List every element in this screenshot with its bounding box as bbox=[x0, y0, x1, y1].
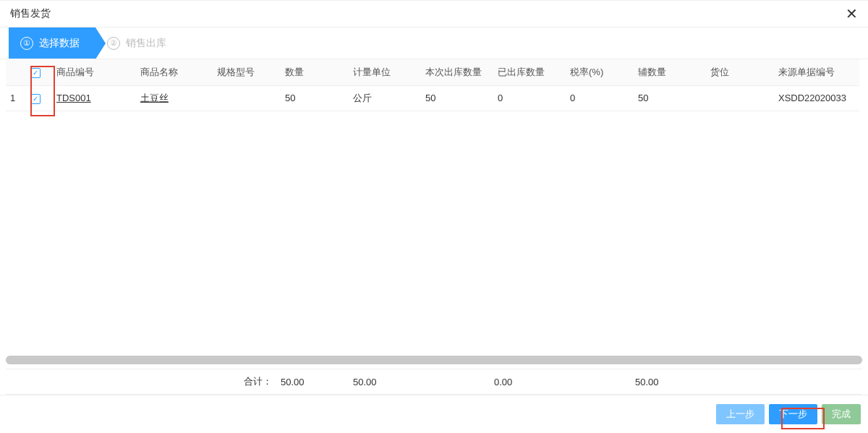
cell-spec bbox=[213, 85, 281, 111]
col-uom[interactable]: 计量单位 bbox=[349, 59, 421, 85]
totals-out-qty: 50.00 bbox=[353, 377, 494, 387]
checkbox-all-icon[interactable]: ✓ bbox=[30, 68, 41, 78]
totals-label: 合计： bbox=[6, 375, 281, 388]
step-number-icon: ① bbox=[20, 37, 33, 50]
totals-aux-qty: 50.00 bbox=[635, 377, 707, 387]
col-product-code[interactable]: 商品编号 bbox=[52, 59, 136, 85]
cell-aux-qty: 50 bbox=[634, 85, 706, 111]
data-grid: ✓ 商品编号 商品名称 规格型号 数量 计量单位 本次出库数量 已出库数量 税率… bbox=[6, 59, 859, 111]
col-source-bill[interactable]: 来源单据编号 bbox=[774, 59, 859, 85]
close-icon[interactable]: ✕ bbox=[846, 7, 858, 21]
col-bin[interactable]: 货位 bbox=[706, 59, 774, 85]
data-grid-wrapper: ✓ 商品编号 商品名称 规格型号 数量 计量单位 本次出库数量 已出库数量 税率… bbox=[6, 59, 862, 354]
totals-already-out: 0.00 bbox=[494, 377, 635, 387]
col-already-out[interactable]: 已出库数量 bbox=[493, 59, 566, 85]
cell-select[interactable]: ✓ bbox=[26, 85, 52, 111]
header-row: ✓ 商品编号 商品名称 规格型号 数量 计量单位 本次出库数量 已出库数量 税率… bbox=[6, 59, 859, 85]
col-tax-rate[interactable]: 税率(%) bbox=[566, 59, 634, 85]
col-qty[interactable]: 数量 bbox=[281, 59, 349, 85]
col-aux-qty[interactable]: 辅数量 bbox=[634, 59, 706, 85]
col-select-all[interactable]: ✓ bbox=[26, 59, 52, 85]
cell-bin bbox=[706, 85, 774, 111]
totals-row: 合计： 50.00 50.00 0.00 50.00 bbox=[6, 369, 862, 395]
cell-row-no: 1 bbox=[6, 85, 26, 111]
cell-out-qty[interactable]: 50 bbox=[421, 85, 493, 111]
col-row-no bbox=[6, 59, 26, 85]
step-sales-outbound[interactable]: ② 销售出库 bbox=[95, 27, 182, 59]
step-label: 选择数据 bbox=[39, 37, 80, 50]
prev-button[interactable]: 上一步 bbox=[716, 404, 765, 424]
step-number-icon: ② bbox=[107, 37, 120, 50]
footer: 上一步 下一步 完成 bbox=[0, 395, 868, 433]
next-button[interactable]: 下一步 bbox=[769, 404, 817, 424]
cell-qty: 50 bbox=[281, 85, 349, 111]
modal-body: ✓ 商品编号 商品名称 规格型号 数量 计量单位 本次出库数量 已出库数量 税率… bbox=[0, 59, 868, 395]
cell-tax-rate: 0 bbox=[566, 85, 634, 111]
scrollbar-thumb[interactable] bbox=[6, 356, 862, 364]
cell-source-bill: XSDD22020033 bbox=[774, 85, 859, 111]
checkbox-row-icon[interactable]: ✓ bbox=[30, 94, 41, 104]
finish-button[interactable]: 完成 bbox=[822, 404, 861, 424]
col-spec[interactable]: 规格型号 bbox=[213, 59, 281, 85]
cell-product-name[interactable]: 土豆丝 bbox=[136, 85, 213, 111]
wizard-steps: ① 选择数据 ② 销售出库 bbox=[0, 27, 868, 59]
step-label: 销售出库 bbox=[126, 37, 166, 50]
col-product-name[interactable]: 商品名称 bbox=[136, 59, 213, 85]
titlebar: 销售发货 ✕ bbox=[0, 1, 868, 27]
modal-title: 销售发货 bbox=[10, 7, 51, 20]
step-select-data[interactable]: ① 选择数据 bbox=[9, 27, 95, 59]
cell-uom: 公斤 bbox=[349, 85, 421, 111]
sales-shipment-modal: 销售发货 ✕ ① 选择数据 ② 销售出库 bbox=[0, 0, 868, 433]
col-outbound-qty[interactable]: 本次出库数量 bbox=[421, 59, 493, 85]
cell-already-out: 0 bbox=[493, 85, 566, 111]
totals-qty: 50.00 bbox=[281, 377, 353, 387]
cell-product-code[interactable]: TDS001 bbox=[52, 85, 136, 111]
table-row[interactable]: 1 ✓ TDS001 土豆丝 50 公斤 50 0 0 50 bbox=[6, 85, 859, 111]
horizontal-scrollbar[interactable] bbox=[6, 356, 862, 364]
